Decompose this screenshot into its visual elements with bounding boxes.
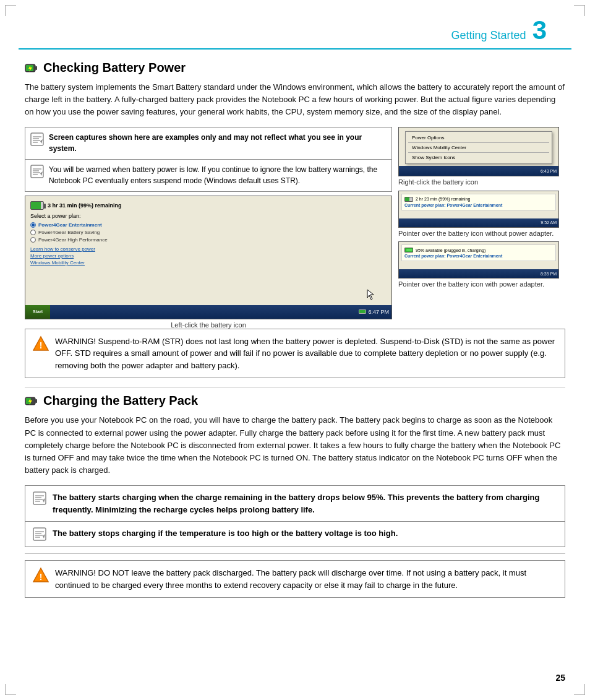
corner-mark-bl xyxy=(5,684,16,695)
taskbar-time-main: 6:47 PM xyxy=(368,309,389,315)
note-text-1: Screen captures shown here are examples … xyxy=(49,132,387,154)
section1-body: The battery system implements the Smart … xyxy=(25,81,565,118)
screenshot-right1: Power Options Windows Mobility Center Sh… xyxy=(398,127,565,186)
info-note-1: The battery starts charging when the cha… xyxy=(25,485,565,522)
note-box-2: You will be warned when battery power is… xyxy=(25,160,392,192)
warning-box-2: ! WARNING! DO NOT leave the battery pack… xyxy=(25,560,565,598)
svg-rect-17 xyxy=(35,399,37,403)
warning-icon-2: ! xyxy=(33,567,49,583)
screenshot-right: Power Options Windows Mobility Center Sh… xyxy=(398,127,565,329)
right2-time: 9:52 AM xyxy=(541,220,557,225)
svg-rect-1 xyxy=(35,66,37,70)
section2-title: Charging the Battery Pack xyxy=(43,394,198,408)
link1: Learn how to conserve power xyxy=(30,246,387,252)
plan1: Power4Gear Entertainment xyxy=(38,222,102,228)
right2-battery-text: 2 hr 23 min (59%) remaining xyxy=(416,197,470,201)
charging-section-icon xyxy=(25,394,38,408)
note-icon-1 xyxy=(30,132,44,146)
right1-time: 6:43 PM xyxy=(541,169,557,173)
page-number: 25 xyxy=(555,673,565,683)
info-note-icon-2 xyxy=(33,527,46,541)
section2-heading: Charging the Battery Pack xyxy=(25,394,565,408)
info-note-text-1: The battery starts charging when the cha… xyxy=(53,491,557,516)
note-box-1: Screen captures shown here are examples … xyxy=(25,127,392,160)
page-header: Getting Started 3 xyxy=(19,0,571,50)
plan2: Power4Gear Battery Saving xyxy=(38,230,100,235)
warning-icon-1: ! xyxy=(33,335,49,352)
link3: Windows Mobility Center xyxy=(30,260,387,266)
battery-main-text: 3 hr 31 min (99%) remaining xyxy=(48,202,122,209)
right2-caption: Pointer over the battery icon without po… xyxy=(398,229,559,238)
info-note-text-2: The battery stops charging if the temper… xyxy=(53,527,398,540)
right2-box: 2 hr 23 min (59%) remaining Current powe… xyxy=(398,191,559,228)
screenshot-block: Screen captures shown here are examples … xyxy=(25,127,565,329)
warning-box-1: ! WARNING! Suspend-to-RAM (STR) does not… xyxy=(25,329,565,379)
corner-mark-tl xyxy=(5,5,16,16)
link2: More power options xyxy=(30,253,387,259)
info-note-icon-1 xyxy=(33,491,46,505)
right3-battery-text: 95% available (plugged in, charging) xyxy=(416,248,485,253)
right3-plan: Current power plan: Power4Gear Entertain… xyxy=(404,254,553,258)
page-footer: 25 xyxy=(555,673,565,683)
screenshot-left: Screen captures shown here are examples … xyxy=(25,127,392,329)
right1-caption: Right-click the battery icon xyxy=(398,178,559,186)
warning-text-2: WARNING! DO NOT leave the battery pack d… xyxy=(55,567,557,591)
svg-text:!: ! xyxy=(40,340,43,350)
right3-time: 8:35 PM xyxy=(541,272,557,276)
right1-box: Power Options Windows Mobility Center Sh… xyxy=(398,127,559,176)
warning-text-1: WARNING! Suspend-to-RAM (STR) does not l… xyxy=(55,335,557,372)
section1-title: Checking Battery Power xyxy=(43,61,186,75)
corner-mark-tr xyxy=(574,5,585,16)
note-icon-2 xyxy=(30,165,44,178)
battery-section-icon xyxy=(25,61,38,75)
main-content: Checking Battery Power The battery syste… xyxy=(0,50,590,618)
plan-label: Select a power plan: xyxy=(30,213,387,219)
screenshot-right3: 95% available (plugged in, charging) Cur… xyxy=(398,241,565,288)
header-title-group: Getting Started 3 xyxy=(451,17,547,43)
taskbar-main: Start 6:47 PM xyxy=(25,305,391,319)
caption-left: Left-click the battery icon xyxy=(25,319,392,329)
info-note-2: The battery stops charging if the temper… xyxy=(25,522,565,547)
right2-plan: Current power plan: Power4Gear Entertain… xyxy=(404,203,553,207)
plan3: Power4Gear High Performance xyxy=(38,237,108,243)
right3-box: 95% available (plugged in, charging) Cur… xyxy=(398,241,559,279)
corner-mark-br xyxy=(574,684,585,695)
divider-2 xyxy=(25,553,565,554)
note-text-2: You will be warned when battery power is… xyxy=(49,165,387,186)
chapter-num: 3 xyxy=(532,17,547,43)
right3-caption: Pointer over the battery icon with power… xyxy=(398,280,559,288)
section1-heading: Checking Battery Power xyxy=(25,61,565,75)
screenshot-main: 3 hr 31 min (99%) remaining Select a pow… xyxy=(25,196,392,319)
screenshot-right2: 2 hr 23 min (59%) remaining Current powe… xyxy=(398,191,565,238)
section2-body: Before you use your Notebook PC on the r… xyxy=(25,414,565,477)
svg-text:!: ! xyxy=(40,572,43,582)
section2-notes: The battery starts charging when the cha… xyxy=(25,485,565,547)
page-container: Getting Started 3 Checking Battery Power… xyxy=(0,0,590,700)
chapter-title: Getting Started xyxy=(451,29,526,42)
divider-1 xyxy=(25,387,565,387)
